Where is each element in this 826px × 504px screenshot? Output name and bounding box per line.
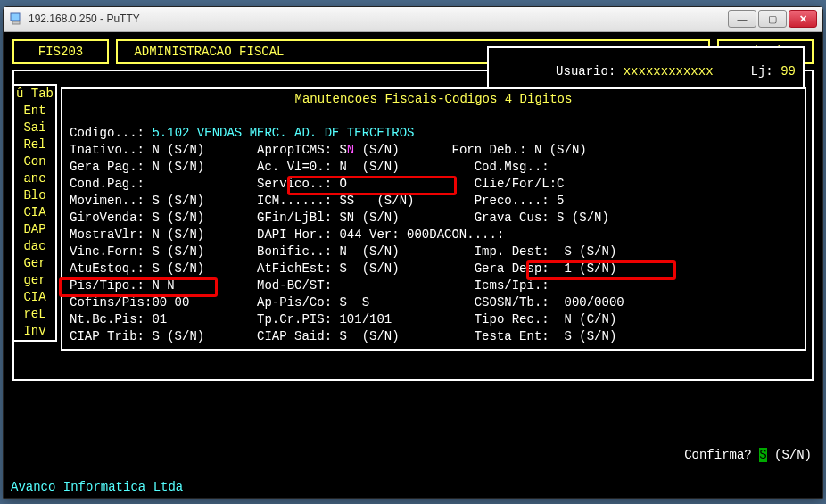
side-item[interactable]: dac	[16, 238, 54, 255]
data-row: GiroVenda: S (S/N) GFin/LjBl: SN (S/N) G…	[70, 210, 797, 227]
data-row: Inativo..: N (S/N) ApropICMS: SN (S/N) F…	[70, 142, 797, 159]
side-item[interactable]: ane	[16, 170, 54, 187]
side-item[interactable]: Inv	[16, 323, 54, 340]
window-buttons: — ▢ ✕	[726, 10, 817, 28]
side-item[interactable]: reL	[16, 306, 54, 323]
confirm-prompt[interactable]: Confirma? S (S/N)	[640, 434, 812, 476]
terminal: FIS203 ADMINISTRACAO FISCAL 05/10/12 Usu…	[4, 32, 822, 498]
data-row: Gera Pag.: N (S/N) Ac. Vl=0.: N (S/N) Co…	[70, 159, 797, 176]
data-row: Vinc.Forn: S (S/N) Bonific..: N (S/N) Im…	[70, 244, 797, 260]
data-row: Nt.Bc.Pis: 01 Tp.Cr.PIS: 101/101 Tipo Re…	[70, 311, 797, 328]
outer-frame: Usuario: xxxxxxxxxxxx Lj: 99 Manutencoes…	[12, 70, 814, 381]
window-title: 192.168.0.250 - PuTTY	[29, 12, 726, 25]
minimize-button[interactable]: —	[728, 10, 756, 28]
lj-value: 99	[781, 64, 796, 78]
data-row: CIAP Trib: S (S/N) CIAP Said: S (S/N) Te…	[70, 328, 797, 345]
panel-frame: Manutencoes Fiscais-Codigos 4 Digitos Co…	[61, 87, 806, 351]
side-menu: û Tab Ent Sai Rel Con ane Blo CIA DAP da…	[12, 84, 57, 342]
titlebar[interactable]: 192.168.0.250 - PuTTY — ▢ ✕	[4, 7, 822, 32]
data-row: Movimen..: S (S/N) ICM......: SS (S/N) P…	[70, 193, 797, 210]
side-item[interactable]: ger	[16, 272, 54, 289]
side-item[interactable]: CIA	[16, 204, 54, 221]
app-window: 192.168.0.250 - PuTTY — ▢ ✕ FIS203 ADMIN…	[3, 6, 823, 499]
svg-rect-1	[12, 21, 20, 24]
side-item[interactable]: Ent	[16, 103, 54, 120]
user-value: xxxxxxxxxxxx	[624, 64, 714, 78]
data-row: Cond.Pag.: Servico..: O Clie/For/L:C	[70, 176, 797, 193]
side-item[interactable]: û Tab	[16, 86, 54, 103]
data-row: Pis/Tipo.: N N Mod-BC/ST: Icms/Ipi.:	[70, 277, 797, 294]
data-row: AtuEstoq.: S (S/N) AtFichEst: S (S/N) Ge…	[70, 260, 797, 277]
data-row: Cofins/Pis:00 00 Ap-Pis/Co: S S CSOSN/Tb…	[70, 294, 797, 311]
maximize-button[interactable]: ▢	[758, 10, 787, 28]
user-label: Usuario:	[556, 64, 615, 78]
screen-code: FIS203	[12, 39, 109, 64]
close-button[interactable]: ✕	[789, 10, 817, 28]
side-item[interactable]: Sai	[16, 120, 54, 136]
side-item[interactable]: Rel	[16, 136, 54, 153]
putty-icon	[9, 12, 23, 26]
data-row: MostraVlr: N (S/N) DAPI Hor.: 044 Ver: 0…	[70, 227, 797, 244]
blank-row	[70, 108, 797, 125]
codigo-row: Codigo...: 5.102 VENDAS MERC. AD. DE TER…	[70, 125, 797, 142]
side-item[interactable]: Ger	[16, 255, 54, 272]
lj-label: Lj:	[751, 64, 773, 78]
svg-rect-0	[11, 13, 20, 21]
side-item[interactable]: Blo	[16, 187, 54, 204]
confirm-value[interactable]: S	[759, 448, 766, 462]
panel-title: Manutencoes Fiscais-Codigos 4 Digitos	[70, 91, 797, 108]
side-item[interactable]: DAP	[16, 221, 54, 238]
footer-text: Avanco Informatica Ltda	[11, 480, 183, 494]
side-item[interactable]: CIA	[16, 289, 54, 306]
data-grid: Inativo..: N (S/N) ApropICMS: SN (S/N) F…	[70, 142, 797, 345]
side-item[interactable]: Con	[16, 153, 54, 170]
